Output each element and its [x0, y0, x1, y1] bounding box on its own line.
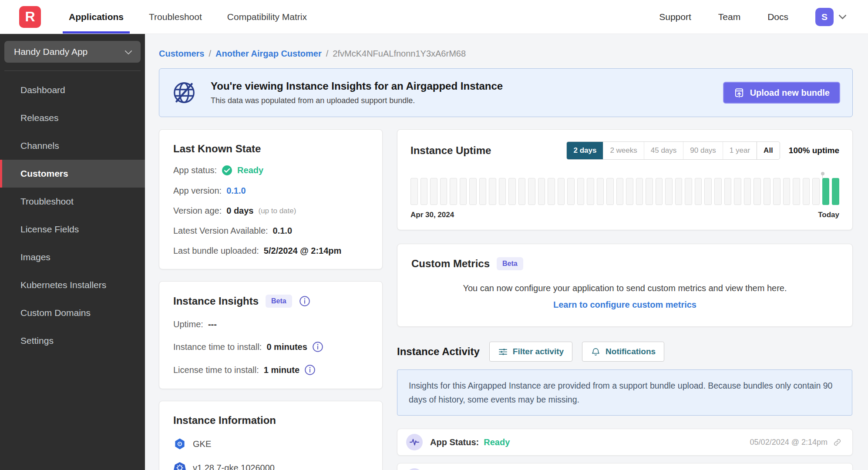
license-install-label: License time to install:	[173, 365, 259, 375]
globe-slash-icon	[171, 79, 198, 106]
uptime-marker-dot	[821, 172, 824, 175]
nav-item-support[interactable]: Support	[659, 12, 691, 22]
main-content: Customers / Another Airgap Customer / 2f…	[145, 34, 868, 470]
sidebar-item-custom-domains[interactable]: Custom Domains	[0, 299, 145, 327]
uptime-bar-no-data	[606, 178, 614, 205]
uptime-bar-no-data	[558, 178, 565, 205]
breadcrumb-separator: /	[209, 49, 211, 59]
sidebar-item-license-fields[interactable]: License Fields	[0, 215, 145, 243]
breadcrumb-customers[interactable]: Customers	[159, 49, 204, 59]
range-button-all[interactable]: All	[757, 142, 780, 159]
uptime-bar-no-data	[646, 178, 653, 205]
uptime-bar-up	[822, 178, 830, 205]
app-sidebar: Handy Dandy App DashboardReleasesChannel…	[0, 34, 145, 470]
avatar[interactable]: S	[815, 8, 834, 26]
account-menu[interactable]: S	[815, 8, 845, 26]
sidebar-item-dashboard[interactable]: Dashboard	[0, 76, 145, 104]
uptime-value: ---	[208, 319, 217, 329]
range-button-45-days[interactable]: 45 days	[644, 142, 683, 159]
sidebar-item-releases[interactable]: Releases	[0, 104, 145, 132]
activity-row-status: Ready	[484, 437, 510, 447]
link-icon[interactable]	[833, 438, 842, 447]
latest-version-row: Latest Version Available: 0.1.0	[173, 226, 368, 236]
app-version-label: App version:	[173, 186, 222, 196]
card-title: Instance Uptime	[410, 144, 491, 157]
uptime-bar-no-data	[754, 178, 761, 205]
uptime-bar-no-data	[803, 178, 810, 205]
uptime-bar-no-data	[518, 178, 526, 205]
instance-insights-card: Instance Insights Beta Uptime: --- Insta…	[159, 281, 383, 389]
bell-icon	[591, 347, 601, 357]
app-version-link[interactable]: 0.1.0	[226, 186, 246, 196]
uptime-bar-no-data	[744, 178, 751, 205]
card-title: Custom Metrics	[411, 258, 490, 270]
info-icon[interactable]	[304, 364, 316, 376]
range-button-2-weeks[interactable]: 2 weeks	[603, 142, 643, 159]
license-install-row: License time to install: 1 minute	[173, 364, 368, 376]
filter-icon	[498, 347, 508, 357]
chart-end-label: Today	[818, 211, 839, 219]
range-button-1-year[interactable]: 1 year	[723, 142, 757, 159]
nav-item-applications[interactable]: Applications	[69, 0, 124, 34]
uptime-bar-no-data	[479, 178, 487, 205]
pulse-icon	[406, 434, 423, 450]
uptime-bar-no-data	[410, 178, 418, 205]
upload-icon	[733, 87, 745, 98]
uptime-bar-no-data	[587, 178, 594, 205]
nav-item-team[interactable]: Team	[718, 12, 740, 22]
app-selector-label: Handy Dandy App	[14, 47, 87, 57]
beta-badge: Beta	[497, 257, 523, 270]
secondary-nav: SupportTeamDocs S	[659, 8, 845, 26]
activity-row: App Status: Updating 05/02/2024 @ 2:14pm	[397, 463, 853, 470]
card-title: Instance Information	[173, 414, 368, 426]
info-icon[interactable]	[299, 295, 310, 307]
nav-item-compatibility-matrix[interactable]: Compatibility Matrix	[227, 0, 307, 34]
primary-nav: ApplicationsTroubleshootCompatibility Ma…	[69, 0, 307, 34]
breadcrumb: Customers / Another Airgap Customer / 2f…	[159, 49, 853, 59]
uptime-bar-no-data	[430, 178, 437, 205]
uptime-bar-no-data	[450, 178, 457, 205]
uptime-bar-no-data	[440, 178, 447, 205]
uptime-bar-no-data	[548, 178, 555, 205]
k8s-version-value: v1.28.7-gke.1026000	[193, 463, 275, 470]
instance-install-row: Instance time to install: 0 minutes	[173, 341, 368, 352]
chevron-down-icon[interactable]	[838, 11, 846, 19]
notifications-button[interactable]: Notifications	[582, 342, 664, 362]
breadcrumb-customer-name[interactable]: Another Airgap Customer	[215, 49, 322, 59]
info-icon[interactable]	[312, 341, 323, 352]
range-button-90-days[interactable]: 90 days	[683, 142, 723, 159]
last-known-state-card: Last Known State App status: Ready App v…	[159, 129, 383, 269]
chevron-down-icon	[125, 47, 132, 55]
sidebar-item-images[interactable]: Images	[0, 243, 145, 271]
custom-metrics-card: Custom Metrics Beta You can now configur…	[397, 244, 853, 327]
uptime-bar-no-data	[508, 178, 516, 205]
banner-text: You're viewing Instance Insights for an …	[211, 80, 503, 105]
nav-item-troubleshoot[interactable]: Troubleshoot	[149, 0, 202, 34]
uptime-bar-no-data	[714, 178, 722, 205]
sidebar-item-settings[interactable]: Settings	[0, 327, 145, 355]
app-version-row: App version: 0.1.0	[173, 186, 368, 196]
app-selector-dropdown[interactable]: Handy Dandy App	[4, 41, 141, 63]
banner-title: You're viewing Instance Insights for an …	[211, 80, 503, 92]
banner-subtitle: This data was populated from an uploaded…	[211, 96, 503, 105]
uptime-bar-no-data	[665, 178, 673, 205]
chart-start-label: Apr 30, 2024	[410, 211, 454, 219]
sidebar-item-kubernetes-installers[interactable]: Kubernetes Installers	[0, 271, 145, 299]
sidebar-item-troubleshoot[interactable]: Troubleshoot	[0, 188, 145, 215]
configure-custom-metrics-link[interactable]: Learn to configure custom metrics	[411, 300, 838, 310]
uptime-bar-no-data	[685, 178, 692, 205]
upload-new-bundle-button[interactable]: Upload new bundle	[723, 82, 840, 104]
latest-version-label: Latest Version Available:	[173, 226, 268, 236]
uptime-bar-no-data	[812, 178, 820, 205]
sidebar-item-customers[interactable]: Customers	[0, 160, 145, 188]
uptime-bar-no-data	[695, 178, 702, 205]
version-age-label: Version age:	[173, 206, 222, 216]
notifications-label: Notifications	[606, 347, 656, 356]
range-button-2-days[interactable]: 2 days	[567, 142, 603, 159]
replicated-logo[interactable]: R	[19, 6, 41, 28]
sidebar-item-channels[interactable]: Channels	[0, 132, 145, 160]
nav-item-docs[interactable]: Docs	[767, 12, 788, 22]
uptime-row: Uptime: ---	[173, 319, 368, 329]
uptime-bar-chart	[410, 178, 839, 205]
filter-activity-button[interactable]: Filter activity	[489, 342, 572, 362]
